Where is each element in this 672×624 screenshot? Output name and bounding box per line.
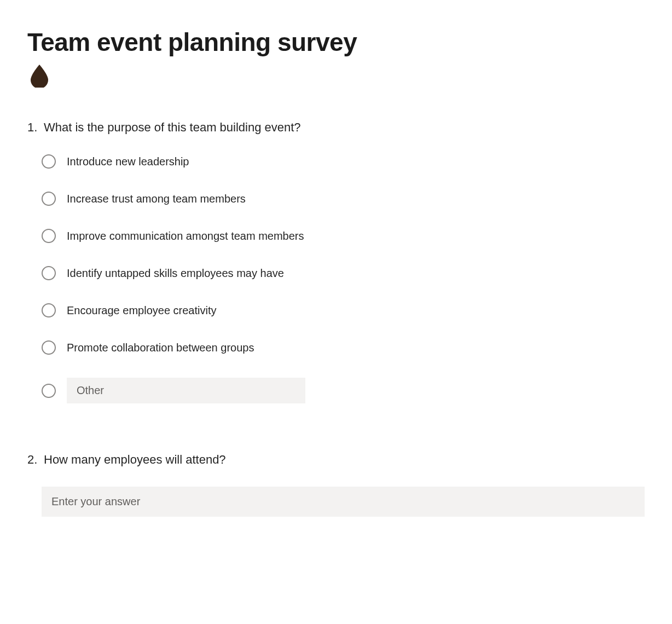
option-label: Increase trust among team members	[67, 193, 246, 205]
radio-button[interactable]	[42, 340, 56, 355]
option-row: Improve communication amongst team membe…	[42, 229, 645, 243]
radio-button[interactable]	[42, 154, 56, 169]
question-number: 1.	[27, 120, 42, 135]
answer-input[interactable]	[42, 487, 645, 517]
question-text: How many employees will attend?	[44, 453, 226, 467]
question-1: 1. What is the purpose of this team buil…	[27, 120, 645, 403]
option-row: Encourage employee creativity	[42, 303, 645, 317]
question-2: 2. How many employees will attend?	[27, 453, 645, 517]
option-row: Promote collaboration between groups	[42, 340, 645, 355]
drop-icon	[27, 63, 51, 88]
radio-button[interactable]	[42, 384, 56, 398]
form-title: Team event planning survey	[27, 27, 645, 57]
radio-button[interactable]	[42, 303, 56, 317]
radio-button[interactable]	[42, 192, 56, 206]
option-row: Identify untapped skills employees may h…	[42, 266, 645, 280]
option-other-row	[42, 378, 645, 403]
option-label: Promote collaboration between groups	[67, 342, 254, 354]
option-label: Improve communication amongst team membe…	[67, 230, 304, 242]
question-number: 2.	[27, 453, 42, 467]
other-input[interactable]	[67, 378, 305, 403]
option-label: Encourage employee creativity	[67, 304, 216, 317]
radio-button[interactable]	[42, 266, 56, 280]
question-text: What is the purpose of this team buildin…	[44, 120, 301, 135]
radio-button[interactable]	[42, 229, 56, 243]
option-label: Introduce new leadership	[67, 155, 189, 168]
option-label: Identify untapped skills employees may h…	[67, 267, 284, 280]
option-row: Introduce new leadership	[42, 154, 645, 169]
option-row: Increase trust among team members	[42, 192, 645, 206]
